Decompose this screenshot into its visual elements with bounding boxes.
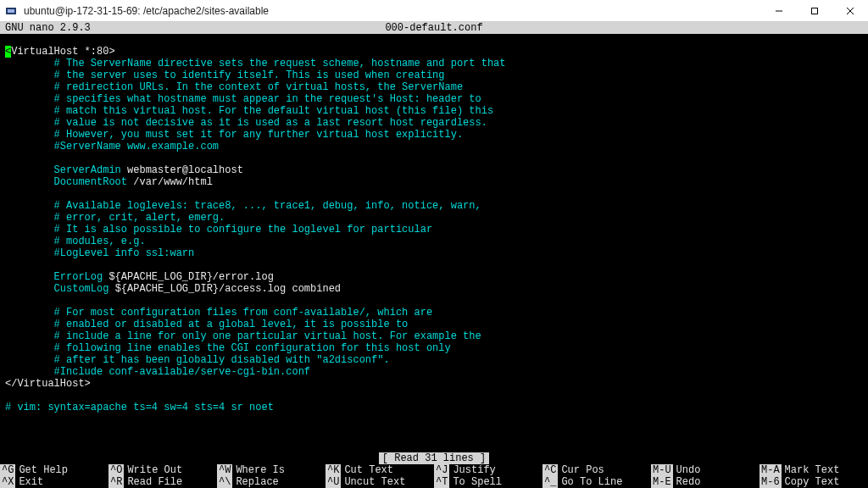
directive: ServerAdmin xyxy=(5,164,127,176)
comment-line: # specifies what hostname must appear in… xyxy=(5,93,481,105)
minimize-button[interactable] xyxy=(761,0,797,22)
shortcut-get-help[interactable]: ^GGet Help xyxy=(0,464,108,476)
close-button[interactable] xyxy=(832,0,868,22)
nano-filename: 000-default.conf xyxy=(385,22,482,34)
comment-line: # modules, e.g. xyxy=(5,236,146,247)
value: ${APACHE_LOG_DIR}/access.log combined xyxy=(115,283,341,295)
shortcut-cur-pos[interactable]: ^CCur Pos xyxy=(542,464,651,476)
comment-line: # include a line for only one particular… xyxy=(5,330,481,342)
window-titlebar: ubuntu@ip-172-31-15-69: /etc/apache2/sit… xyxy=(0,0,868,22)
comment-line: # Available loglevels: trace8, ..., trac… xyxy=(5,200,481,212)
comment-line: # the server uses to identify itself. Th… xyxy=(5,69,444,81)
directive: CustomLog xyxy=(5,283,115,295)
comment-line: # The ServerName directive sets the requ… xyxy=(5,58,506,69)
shortcut-write-out[interactable]: ^OWrite Out xyxy=(108,464,217,476)
shortcut-undo[interactable]: M-UUndo xyxy=(651,464,760,476)
comment-line: # value is not decisive as it is used as… xyxy=(5,117,487,129)
nano-shortcuts: ^GGet Help ^OWrite Out ^WWhere Is ^KCut … xyxy=(0,464,868,488)
comment-line: # following line enables the CGI configu… xyxy=(5,342,451,354)
shortcut-redo[interactable]: M-ERedo xyxy=(651,476,760,488)
directive: DocumentRoot xyxy=(5,176,133,188)
nano-editor[interactable]: <VirtualHost *:80> # The ServerName dire… xyxy=(0,34,868,413)
terminal[interactable]: GNU nano 2.9.3 000-default.conf <Virtual… xyxy=(0,22,868,488)
nano-header: GNU nano 2.9.3 000-default.conf xyxy=(0,22,868,34)
comment-line: # error, crit, alert, emerg. xyxy=(5,212,225,224)
svg-rect-3 xyxy=(812,8,818,14)
comment-line: #LogLevel info ssl:warn xyxy=(5,247,194,259)
shortcuts-row-2: ^XExit ^RRead File ^\Replace ^UUncut Tex… xyxy=(0,476,868,488)
comment-line: # vim: syntax=apache ts=4 sw=4 sts=4 sr … xyxy=(5,402,274,413)
directive: ErrorLog xyxy=(5,271,108,283)
shortcut-exit[interactable]: ^XExit xyxy=(0,476,108,488)
line: VirtualHost *:80> xyxy=(11,46,114,58)
window-title: ubuntu@ip-172-31-15-69: /etc/apache2/sit… xyxy=(24,5,761,17)
nano-status: [ Read 31 lines ] xyxy=(379,452,489,464)
shortcut-replace[interactable]: ^\Replace xyxy=(217,476,326,488)
value: /var/www/html xyxy=(133,176,213,188)
comment-line: # For most configuration files from conf… xyxy=(5,307,432,319)
app-icon xyxy=(3,3,19,19)
comment-line: # match this virtual host. For the defau… xyxy=(5,105,493,117)
shortcut-cut-text[interactable]: ^KCut Text xyxy=(326,464,434,476)
shortcut-copy-text[interactable]: M-6Copy Text xyxy=(760,476,868,488)
maximize-button[interactable] xyxy=(797,0,832,22)
nano-status-wrap: [ Read 31 lines ] xyxy=(0,452,868,464)
shortcut-go-to-line[interactable]: ^_Go To Line xyxy=(542,476,651,488)
comment-line: #Include conf-available/serve-cgi-bin.co… xyxy=(5,366,310,378)
shortcut-read-file[interactable]: ^RRead File xyxy=(108,476,217,488)
shortcut-mark-text[interactable]: M-AMark Text xyxy=(760,464,868,476)
comment-line: # after it has been globally disabled wi… xyxy=(5,354,390,366)
shortcuts-row-1: ^GGet Help ^OWrite Out ^WWhere Is ^KCut … xyxy=(0,464,868,476)
shortcut-where-is[interactable]: ^WWhere Is xyxy=(217,464,326,476)
comment-line: # enabled or disabled at a global level,… xyxy=(5,319,408,330)
shortcut-uncut-text[interactable]: ^UUncut Text xyxy=(326,476,434,488)
comment-line: # It is also possible to configure the l… xyxy=(5,224,432,236)
shortcut-justify[interactable]: ^JJustify xyxy=(434,464,542,476)
nano-version: GNU nano 2.9.3 xyxy=(0,22,91,34)
line: </VirtualHost> xyxy=(5,378,91,390)
comment-line: # However, you must set it for any furth… xyxy=(5,129,463,141)
svg-rect-1 xyxy=(8,9,14,13)
value: ${APACHE_LOG_DIR}/error.log xyxy=(108,271,273,283)
value: webmaster@localhost xyxy=(127,164,243,176)
comment-line: # redirection URLs. In the context of vi… xyxy=(5,81,463,93)
comment-line: #ServerName www.example.com xyxy=(5,141,219,152)
shortcut-to-spell[interactable]: ^TTo Spell xyxy=(434,476,542,488)
